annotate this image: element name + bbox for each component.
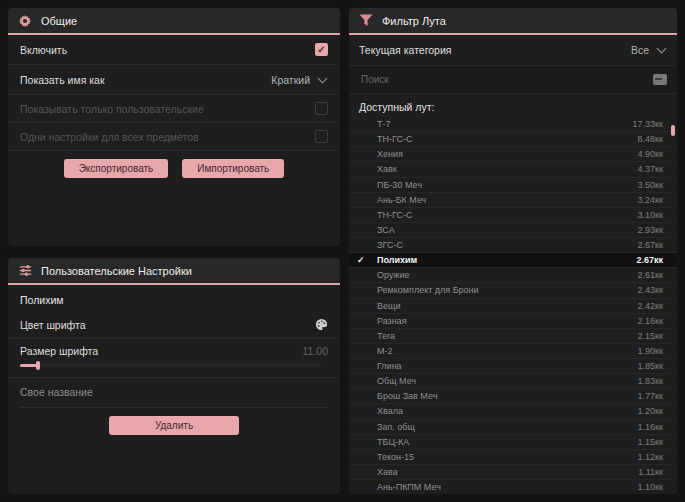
custom-settings-panel: Пользовательские Настройки Полихим Цвет … xyxy=(8,258,340,494)
left-column: Общие Включить ✓ Показать имя как Кратки… xyxy=(8,8,340,494)
same-settings-row: Одни настройки для всех предметов xyxy=(8,123,340,151)
right-column: Фильтр Лута Текущая категория Все Доступ… xyxy=(349,8,677,494)
list-item[interactable]: ЗСА2.93кк xyxy=(349,223,677,238)
item-name: Разная xyxy=(377,316,638,326)
list-item[interactable]: ТН-ГС-С8.48кк xyxy=(349,132,677,147)
category-select[interactable]: Все xyxy=(631,44,667,56)
item-value: 2.15кк xyxy=(638,331,663,341)
search-input[interactable] xyxy=(359,73,653,86)
list-item[interactable]: Хава1.11кк xyxy=(349,465,677,480)
export-import-row: Экспортировать Импортировать xyxy=(8,151,340,184)
list-item[interactable]: Ремкомплект для Брони2.43кк xyxy=(349,283,677,298)
list-item[interactable]: Разная2.16кк xyxy=(349,314,677,329)
slider-knob[interactable] xyxy=(36,361,40,370)
check-icon: ✓ xyxy=(357,255,377,265)
scrollbar-thumb[interactable] xyxy=(671,125,675,136)
loot-filter-header: Фильтр Лута xyxy=(349,8,677,35)
list-item[interactable]: Зап. общ1.16кк xyxy=(349,420,677,435)
item-name: ПБ-30 Меч xyxy=(377,180,638,190)
list-item[interactable]: ПБ-30 Меч3.50кк xyxy=(349,178,677,193)
item-name: Ань-БК Меч xyxy=(377,195,638,205)
item-name: Оружие xyxy=(377,270,638,280)
only-custom-row: Показывать только пользовательские xyxy=(8,95,340,123)
item-name: Зап. общ xyxy=(377,422,638,432)
sliders-icon xyxy=(18,264,32,278)
available-loot-label: Доступный лут: xyxy=(349,94,677,117)
general-panel-spacer xyxy=(8,184,340,246)
keyboard-icon[interactable] xyxy=(653,74,667,85)
list-item[interactable]: Глина1.85кк xyxy=(349,359,677,374)
item-value: 1.20кк xyxy=(638,406,663,416)
item-value: 4.37кк xyxy=(638,164,663,174)
list-item[interactable]: ЗГС-С2.67кк xyxy=(349,238,677,253)
loot-list: Т-717.33ккТН-ГС-С8.48ккХения4.90ккХавк4.… xyxy=(349,117,677,494)
item-name: Хения xyxy=(377,149,638,159)
item-name: Хавк xyxy=(377,164,638,174)
list-item[interactable]: ТН-ГС-С3.10кк xyxy=(349,208,677,223)
show-name-row: Показать имя как Краткий xyxy=(8,65,340,95)
enable-row: Включить ✓ xyxy=(8,35,340,65)
show-name-select[interactable]: Краткий xyxy=(271,74,328,86)
item-value: 1.83кк xyxy=(638,376,663,386)
list-item[interactable]: Текон-151.12кк xyxy=(349,450,677,465)
item-value: 2.93кк xyxy=(638,225,663,235)
import-button[interactable]: Импортировать xyxy=(182,159,284,178)
item-value: 2.16кк xyxy=(638,316,663,326)
palette-icon[interactable] xyxy=(315,318,328,331)
list-item[interactable]: М-21.90кк xyxy=(349,344,677,359)
export-button[interactable]: Экспортировать xyxy=(64,159,169,178)
list-item[interactable]: Оружие2.61кк xyxy=(349,268,677,283)
item-value: 1.85кк xyxy=(638,361,663,371)
item-value: 1.77кк xyxy=(638,391,663,401)
item-name: Текон-15 xyxy=(377,452,638,462)
item-value: 2.67кк xyxy=(638,240,663,250)
custom-settings-title: Пользовательские Настройки xyxy=(41,265,192,277)
item-value: 3.50кк xyxy=(638,180,663,190)
item-value: 1.12кк xyxy=(638,452,663,462)
item-value: 2.61кк xyxy=(638,270,663,280)
font-color-row: Цвет шрифта xyxy=(8,311,340,339)
custom-settings-header: Пользовательские Настройки xyxy=(8,258,340,285)
loot-list-wrap: Т-717.33ккТН-ГС-С8.48ккХения4.90ккХавк4.… xyxy=(349,117,677,494)
show-name-label: Показать имя как xyxy=(20,74,105,86)
list-item[interactable]: Хавк4.37кк xyxy=(349,162,677,177)
item-name: Хава xyxy=(377,467,638,477)
item-value: 2.43кк xyxy=(638,285,663,295)
font-size-slider[interactable] xyxy=(20,361,328,370)
list-item[interactable]: Общ Меч1.83кк xyxy=(349,374,677,389)
delete-button[interactable]: Удалить xyxy=(109,416,239,435)
item-name: Общ Меч xyxy=(377,376,638,386)
list-item[interactable]: Ань-БК Меч3.24кк xyxy=(349,193,677,208)
enable-label: Включить xyxy=(20,44,67,56)
enable-checkbox[interactable]: ✓ xyxy=(315,43,328,56)
item-value: 3.24кк xyxy=(638,195,663,205)
list-item[interactable]: Ань-ПКПМ Меч1.10кк xyxy=(349,480,677,494)
list-item[interactable]: Т-717.33кк xyxy=(349,117,677,132)
list-item[interactable]: ✓Полихим2.67кк xyxy=(349,253,677,268)
list-item[interactable]: Хения4.90кк xyxy=(349,147,677,162)
list-item[interactable]: Хвала1.20кк xyxy=(349,404,677,419)
loot-filter-title: Фильтр Лута xyxy=(382,15,446,27)
general-panel: Общие Включить ✓ Показать имя как Кратки… xyxy=(8,8,340,246)
general-panel-header: Общие xyxy=(8,8,340,35)
list-item[interactable]: Вещи2.42кк xyxy=(349,299,677,314)
item-value: 4.90кк xyxy=(638,149,663,159)
item-name: ТН-ГС-С xyxy=(377,210,638,220)
custom-name-input[interactable] xyxy=(20,378,328,408)
only-custom-label: Показывать только пользовательские xyxy=(20,103,204,115)
slider-fill xyxy=(20,364,37,367)
font-size-value: 11.00 xyxy=(303,345,329,357)
chevron-down-icon xyxy=(657,44,667,54)
item-value: 1.16кк xyxy=(638,422,663,432)
item-value: 3.10кк xyxy=(638,210,663,220)
list-item[interactable]: Брош Зав Меч1.77кк xyxy=(349,389,677,404)
funnel-icon xyxy=(359,14,373,28)
item-name: Ремкомплект для Брони xyxy=(377,285,638,295)
font-size-label: Размер шрифта xyxy=(20,345,98,357)
list-item[interactable]: ТБЦ-КА1.15кк xyxy=(349,435,677,450)
category-value: Все xyxy=(631,44,649,56)
list-item[interactable]: Тега2.15кк xyxy=(349,329,677,344)
item-name: Тега xyxy=(377,331,638,341)
item-name: Глина xyxy=(377,361,638,371)
item-value: 17.33кк xyxy=(633,119,663,129)
